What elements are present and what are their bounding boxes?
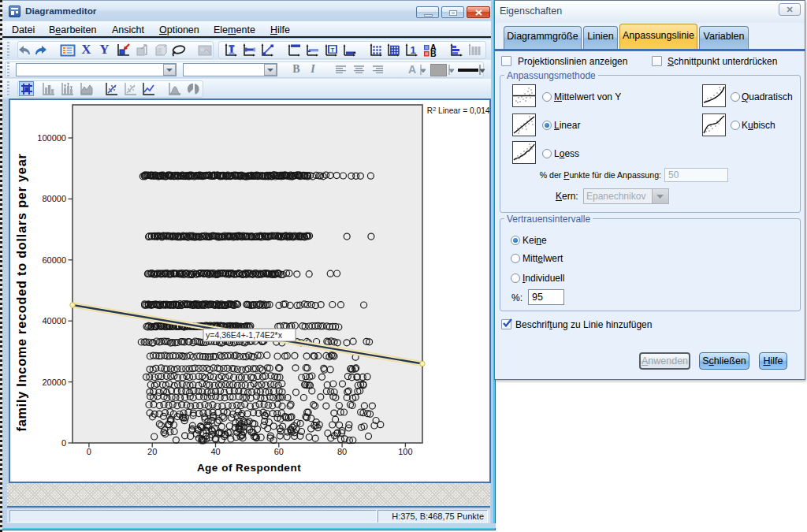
svg-text:B: B bbox=[430, 49, 437, 58]
svg-text:T: T bbox=[331, 47, 335, 54]
svg-text:100000: 100000 bbox=[37, 133, 66, 143]
svg-text:60: 60 bbox=[274, 447, 284, 456]
svg-text:0: 0 bbox=[87, 447, 91, 456]
svg-text:80000: 80000 bbox=[42, 194, 66, 203]
svg-text:y=4,36E4+-1,74E2*x: y=4,36E4+-1,74E2*x bbox=[206, 330, 283, 340]
svg-text:100: 100 bbox=[398, 447, 412, 456]
svg-text:20000: 20000 bbox=[42, 378, 66, 387]
svg-text:80: 80 bbox=[337, 447, 347, 456]
svg-text:family Income recoded to dolla: family Income recoded to dollars per yea… bbox=[14, 153, 28, 431]
svg-text:Age of Respondent: Age of Respondent bbox=[197, 462, 301, 474]
svg-text:40000: 40000 bbox=[42, 316, 66, 326]
svg-text:60000: 60000 bbox=[42, 255, 66, 265]
svg-text:20: 20 bbox=[147, 447, 157, 456]
svg-text:R2 Linear = 0,014: R2 Linear = 0,014 bbox=[427, 106, 489, 116]
svg-text:1: 1 bbox=[410, 44, 415, 56]
svg-text:40: 40 bbox=[210, 447, 220, 456]
svg-text:0: 0 bbox=[61, 438, 66, 448]
